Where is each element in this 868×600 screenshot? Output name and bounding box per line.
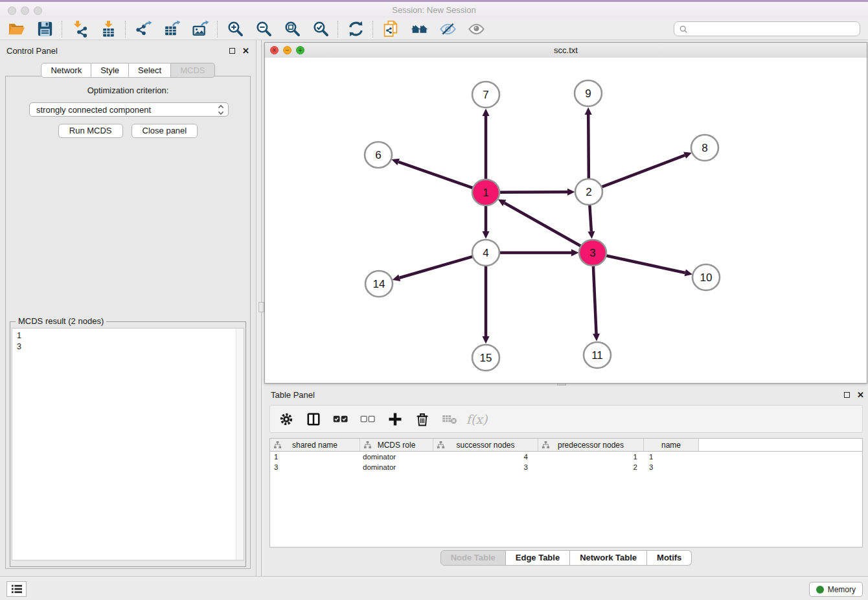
- settings-button[interactable]: [278, 411, 295, 428]
- mcds-result-area[interactable]: 1 3: [12, 328, 244, 560]
- add-button[interactable]: [387, 411, 404, 428]
- graph-node-3[interactable]: 3: [579, 240, 606, 266]
- column-header-successor-nodes[interactable]: successor nodes: [433, 439, 538, 451]
- criterion-dropdown[interactable]: strongly connected component: [29, 102, 229, 117]
- hide-details-button[interactable]: [438, 19, 457, 39]
- cell-predecessor-nodes[interactable]: 1: [538, 453, 644, 461]
- tab-style[interactable]: Style: [91, 63, 129, 78]
- cell-successor-nodes[interactable]: 4: [433, 453, 538, 461]
- control-panel: Control Panel NetworkStyleSelectMCDS Opt…: [0, 40, 257, 577]
- tab-mcds[interactable]: MCDS: [171, 63, 214, 78]
- import-network-icon: [71, 20, 89, 38]
- network-maximize-icon[interactable]: [296, 46, 304, 54]
- tab-network[interactable]: Network: [41, 63, 91, 78]
- column-header-shared-name[interactable]: shared name: [270, 439, 360, 451]
- graph-node-2[interactable]: 2: [575, 179, 602, 205]
- graph-edge-3-1[interactable]: [498, 200, 581, 246]
- export-table-button[interactable]: [162, 19, 181, 39]
- graph-node-15[interactable]: 15: [472, 345, 499, 371]
- cell-predecessor-nodes[interactable]: 2: [538, 463, 644, 471]
- graph-edge-4-15[interactable]: [483, 266, 490, 344]
- refresh-button[interactable]: [346, 19, 365, 39]
- search-input[interactable]: [691, 24, 860, 34]
- network-minimize-icon[interactable]: [283, 46, 291, 54]
- delete-row-button[interactable]: [414, 411, 431, 428]
- graph-edge-3-11[interactable]: [593, 266, 600, 341]
- table-row[interactable]: 3dominator323: [270, 462, 862, 472]
- result-scrollbar[interactable]: [236, 329, 244, 560]
- import-network-button[interactable]: [70, 19, 89, 39]
- close-table-panel-icon[interactable]: [857, 391, 864, 399]
- column-header-predecessor-nodes[interactable]: predecessor nodes: [538, 439, 644, 451]
- close-panel-button[interactable]: Close panel: [131, 124, 198, 138]
- zoom-fit-button[interactable]: [282, 19, 302, 39]
- save-session-button[interactable]: [35, 19, 54, 39]
- tab-node-table[interactable]: Node Table: [440, 550, 506, 566]
- task-history-button[interactable]: [6, 581, 27, 597]
- network-graph[interactable]: 7968124314101511: [265, 58, 867, 383]
- columns-button[interactable]: [305, 411, 322, 428]
- graph-edge-1-2[interactable]: [499, 189, 575, 196]
- graph-node-4[interactable]: 4: [472, 240, 499, 266]
- memory-button[interactable]: Memory: [809, 582, 863, 597]
- run-mcds-button[interactable]: Run MCDS: [58, 124, 123, 138]
- tab-network-table[interactable]: Network Table: [570, 550, 647, 566]
- close-panel-icon[interactable]: [242, 47, 249, 55]
- network-window-titlebar[interactable]: scc.txt: [265, 43, 867, 58]
- zoom-out-button[interactable]: [254, 19, 273, 39]
- select-all-button[interactable]: [332, 411, 349, 428]
- cell-shared-name[interactable]: 1: [270, 453, 360, 461]
- graph-node-7[interactable]: 7: [472, 82, 499, 108]
- cell-shared-name[interactable]: 3: [270, 463, 360, 471]
- network-close-icon[interactable]: [270, 46, 279, 54]
- deselect-all-button[interactable]: [360, 411, 376, 428]
- cell-successor-nodes[interactable]: 3: [433, 463, 538, 471]
- function-builder-button[interactable]: f(x): [468, 411, 485, 428]
- float-table-panel-icon[interactable]: [844, 392, 850, 398]
- graph-node-11[interactable]: 11: [584, 342, 611, 368]
- table-row[interactable]: 1dominator411: [270, 452, 862, 462]
- column-header-name[interactable]: name: [644, 439, 699, 451]
- table-toolbar: f(x): [269, 405, 863, 433]
- delete-table-button[interactable]: [441, 411, 458, 428]
- graph-node-10[interactable]: 10: [692, 264, 720, 290]
- graph-node-9[interactable]: 9: [575, 80, 602, 106]
- tab-motifs[interactable]: Motifs: [647, 550, 692, 566]
- export-network-button[interactable]: [133, 19, 153, 39]
- graph-node-14[interactable]: 14: [365, 271, 393, 297]
- cell-name[interactable]: 1: [644, 453, 699, 461]
- graph-edge-1-4[interactable]: [483, 206, 490, 239]
- graph-node-6[interactable]: 6: [365, 142, 392, 168]
- node-table[interactable]: shared nameMCDS rolesuccessor nodesprede…: [269, 438, 863, 548]
- cell-name[interactable]: 3: [644, 463, 699, 471]
- graph-node-1[interactable]: 1: [472, 179, 499, 205]
- graph-edge-1-7[interactable]: [483, 109, 490, 179]
- network-file-button[interactable]: [381, 19, 400, 39]
- graph-node-8[interactable]: 8: [691, 135, 718, 161]
- tab-edge-table[interactable]: Edge Table: [506, 550, 570, 566]
- graph-edge-2-9[interactable]: [585, 107, 592, 178]
- import-table-button[interactable]: [98, 19, 118, 39]
- column-header-MCDS-role[interactable]: MCDS role: [360, 439, 433, 451]
- cell-MCDS-role[interactable]: dominator: [360, 463, 433, 471]
- zoom-selected-button[interactable]: [311, 19, 330, 39]
- export-image-button[interactable]: [190, 19, 210, 39]
- zoom-in-button[interactable]: [225, 19, 245, 39]
- show-annotations-button[interactable]: [466, 19, 486, 39]
- open-session-button[interactable]: [6, 19, 26, 39]
- home-button[interactable]: [409, 19, 429, 39]
- graph-edge-2-3[interactable]: [588, 205, 595, 239]
- search-box[interactable]: [674, 21, 860, 36]
- graph-edge-2-8[interactable]: [602, 152, 692, 187]
- network-canvas[interactable]: 7968124314101511: [265, 58, 867, 383]
- cell-MCDS-role[interactable]: dominator: [360, 453, 433, 461]
- graph-edge-4-14[interactable]: [393, 257, 473, 281]
- tab-select[interactable]: Select: [129, 63, 171, 78]
- status-bar: Memory: [0, 576, 868, 600]
- graph-edge-3-10[interactable]: [606, 255, 692, 276]
- vertical-splitter-handle[interactable]: [258, 302, 264, 312]
- graph-edge-4-3[interactable]: [499, 249, 579, 257]
- mcds-tab-content: Optimization criterion: strongly connect…: [5, 76, 251, 569]
- graph-edge-1-6[interactable]: [391, 159, 473, 188]
- float-panel-icon[interactable]: [229, 48, 235, 54]
